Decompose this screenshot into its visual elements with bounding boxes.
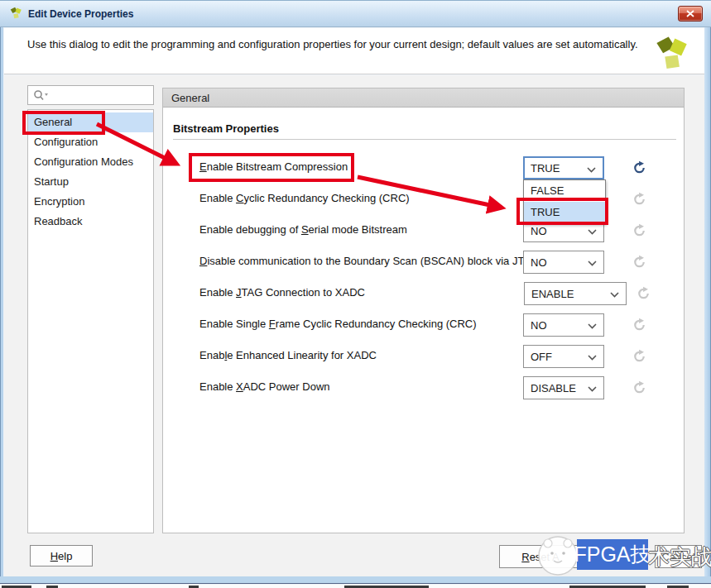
reset-property-icon: [632, 318, 646, 332]
reset-property-icon[interactable]: [632, 160, 646, 174]
cancel-button[interactable]: Cancel: [655, 545, 702, 568]
background-app-sliver: [0, 585, 711, 588]
sidebar-search-input[interactable]: [27, 85, 154, 105]
dialog-body: General Configuration Configuration Mode…: [4, 75, 704, 576]
chevron-down-icon: [588, 323, 597, 329]
sidebar-item-configuration[interactable]: Configuration: [28, 132, 153, 152]
reset-property-icon: [632, 349, 646, 363]
dropdown-bscan[interactable]: NO: [523, 251, 604, 274]
dropdown-xadc-power-down[interactable]: DISABLE: [523, 376, 604, 399]
xilinx-logo-icon: [8, 5, 23, 22]
category-sidebar: General Configuration Configuration Mode…: [27, 109, 154, 533]
dropdown-open-list: FALSE TRUE: [523, 179, 606, 224]
property-label-xadc-power-down: Enable XADC Power Down: [199, 380, 330, 393]
sidebar-item-readback[interactable]: Readback: [28, 212, 153, 232]
window-border-right: [704, 0, 711, 576]
dialog-banner: Use this dialog to edit the programming …: [4, 28, 704, 74]
dropdown-option-false[interactable]: FALSE: [524, 180, 605, 202]
title-bar[interactable]: Edit Device Properties: [0, 0, 711, 27]
window-border-left: [0, 0, 3, 576]
reset-property-icon: [632, 223, 646, 237]
dialog-description: Use this dialog to edit the programming …: [27, 38, 640, 50]
property-label-jtag-xadc: Enable JTAG Connection to XADC: [199, 286, 365, 299]
chevron-down-icon: [610, 292, 619, 298]
close-icon: [686, 10, 694, 17]
chevron-down-icon: [588, 229, 597, 235]
reset-button[interactable]: Reset A: [499, 545, 582, 568]
reset-property-icon: [632, 255, 646, 269]
general-properties-panel: General Bitstream Properties Enable Bits…: [162, 88, 685, 533]
sidebar-item-general[interactable]: General: [28, 112, 153, 132]
property-label-enhanced-linearity: Enable Enhanced Linearity for XADC: [199, 349, 377, 361]
close-button[interactable]: [678, 6, 703, 22]
dropdown-jtag-xadc[interactable]: ENABLE: [524, 282, 627, 305]
chevron-down-icon: [588, 261, 597, 266]
reset-property-icon: [637, 286, 651, 300]
window-title: Edit Device Properties: [28, 8, 133, 20]
edit-device-properties-dialog: Edit Device Properties Use this dialog t…: [0, 0, 711, 588]
section-divider: [173, 139, 676, 140]
dropdown-bitstream-compression[interactable]: TRUE: [523, 156, 604, 179]
dropdown-single-frame-crc[interactable]: NO: [523, 313, 604, 337]
dropdown-option-true[interactable]: TRUE: [524, 202, 605, 223]
sidebar-item-encryption[interactable]: Encryption: [28, 192, 153, 212]
panel-header: General: [163, 88, 684, 108]
sidebar-item-configuration-modes[interactable]: Configuration Modes: [28, 152, 153, 172]
help-button[interactable]: Help: [30, 545, 93, 566]
sidebar-item-startup[interactable]: Startup: [28, 172, 153, 192]
dropdown-enhanced-linearity[interactable]: OFF: [523, 345, 604, 368]
reset-property-icon: [632, 380, 646, 394]
chevron-down-icon: [588, 386, 597, 392]
property-label-bitstream-compression: Enable Bitstream Compression: [199, 160, 348, 173]
section-title: Bitstream Properties: [173, 122, 279, 135]
panel-title: General: [171, 92, 209, 104]
property-label-crc: Enable Cyclic Redundancy Checking (CRC): [199, 192, 410, 204]
xilinx-logo-large-icon: [653, 30, 689, 75]
property-label-single-frame-crc: Enable Single Frame Cyclic Redundancy Ch…: [199, 318, 477, 330]
chevron-down-icon: [588, 355, 597, 361]
chevron-down-icon: [587, 167, 596, 173]
window-border-bottom: [0, 576, 711, 584]
property-label-serial-debug: Enable debugging of Serial mode Bitstrea…: [199, 223, 407, 236]
search-icon: [33, 89, 50, 101]
property-label-bscan: Disable communication to the Boundary Sc…: [199, 255, 539, 267]
reset-property-icon: [632, 192, 646, 206]
